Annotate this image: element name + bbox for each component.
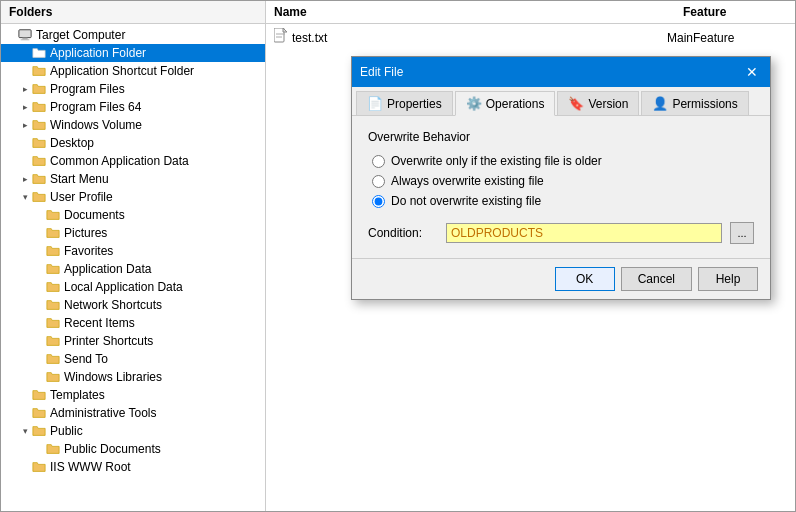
expander-application-data — [33, 263, 45, 275]
folder-icon-windows-volume — [31, 117, 47, 133]
folder-icon-printer-shortcuts — [45, 333, 61, 349]
dialog-body: Overwrite Behavior Overwrite only if the… — [352, 116, 770, 258]
file-item-test-txt[interactable]: test.txtMainFeature — [266, 26, 795, 49]
folder-icon-send-to — [45, 351, 61, 367]
expander-windows-volume[interactable]: ▸ — [19, 119, 31, 131]
folder-icon-program-files-64 — [31, 99, 47, 115]
folder-label-user-profile: User Profile — [50, 190, 113, 204]
folder-item-public[interactable]: ▾ Public — [1, 422, 265, 440]
folder-label-public: Public — [50, 424, 83, 438]
folder-item-application-folder[interactable]: Application Folder — [1, 44, 265, 62]
expander-common-application-data — [19, 155, 31, 167]
dialog-footer: OK Cancel Help — [352, 258, 770, 299]
folder-item-windows-volume[interactable]: ▸ Windows Volume — [1, 116, 265, 134]
folder-item-program-files-64[interactable]: ▸ Program Files 64 — [1, 98, 265, 116]
folder-label-application-shortcut-folder: Application Shortcut Folder — [50, 64, 194, 78]
folder-label-send-to: Send To — [64, 352, 108, 366]
radio-item-older: Overwrite only if the existing file is o… — [372, 154, 754, 168]
folder-icon-program-files — [31, 81, 47, 97]
folder-icon-network-shortcuts — [45, 297, 61, 313]
help-button[interactable]: Help — [698, 267, 758, 291]
tab-icon-permissions: 👤 — [652, 96, 668, 111]
folder-item-network-shortcuts[interactable]: Network Shortcuts — [1, 296, 265, 314]
tab-permissions[interactable]: 👤Permissions — [641, 91, 748, 115]
tab-icon-version: 🔖 — [568, 96, 584, 111]
folder-item-program-files[interactable]: ▸ Program Files — [1, 80, 265, 98]
radio-never[interactable] — [372, 195, 385, 208]
expander-recent-items — [33, 317, 45, 329]
folder-item-public-documents[interactable]: Public Documents — [1, 440, 265, 458]
folder-item-favorites[interactable]: Favorites — [1, 242, 265, 260]
folder-icon-public-documents — [45, 441, 61, 457]
folder-item-target-computer[interactable]: Target Computer — [1, 26, 265, 44]
tab-properties[interactable]: 📄Properties — [356, 91, 453, 115]
tab-version[interactable]: 🔖Version — [557, 91, 639, 115]
expander-public[interactable]: ▾ — [19, 425, 31, 437]
folder-icon-application-data — [45, 261, 61, 277]
folder-label-local-application-data: Local Application Data — [64, 280, 183, 294]
tab-icon-operations: ⚙️ — [466, 96, 482, 111]
folder-item-application-data[interactable]: Application Data — [1, 260, 265, 278]
expander-public-documents — [33, 443, 45, 455]
folder-item-local-application-data[interactable]: Local Application Data — [1, 278, 265, 296]
expander-target-computer — [5, 29, 17, 41]
folder-icon-application-shortcut-folder — [31, 63, 47, 79]
folder-item-templates[interactable]: Templates — [1, 386, 265, 404]
tab-operations[interactable]: ⚙️Operations — [455, 91, 556, 116]
dialog-tabs: 📄Properties⚙️Operations🔖Version👤Permissi… — [352, 87, 770, 116]
folder-item-iis-www-root[interactable]: IIS WWW Root — [1, 458, 265, 476]
expander-desktop — [19, 137, 31, 149]
folder-icon-application-folder — [31, 45, 47, 61]
folder-icon-windows-libraries — [45, 369, 61, 385]
file-icon-test-txt — [274, 28, 288, 47]
folder-item-administrative-tools[interactable]: Administrative Tools — [1, 404, 265, 422]
condition-label: Condition: — [368, 226, 438, 240]
folder-item-recent-items[interactable]: Recent Items — [1, 314, 265, 332]
folder-item-windows-libraries[interactable]: Windows Libraries — [1, 368, 265, 386]
expander-start-menu[interactable]: ▸ — [19, 173, 31, 185]
folder-item-desktop[interactable]: Desktop — [1, 134, 265, 152]
folder-icon-user-profile — [31, 189, 47, 205]
ok-button[interactable]: OK — [555, 267, 615, 291]
folder-label-favorites: Favorites — [64, 244, 113, 258]
radio-always[interactable] — [372, 175, 385, 188]
folder-label-public-documents: Public Documents — [64, 442, 161, 456]
folder-item-pictures[interactable]: Pictures — [1, 224, 265, 242]
radio-older[interactable] — [372, 155, 385, 168]
folder-label-windows-volume: Windows Volume — [50, 118, 142, 132]
folder-item-documents[interactable]: Documents — [1, 206, 265, 224]
folder-item-application-shortcut-folder[interactable]: Application Shortcut Folder — [1, 62, 265, 80]
folder-item-send-to[interactable]: Send To — [1, 350, 265, 368]
expander-network-shortcuts — [33, 299, 45, 311]
tab-label-version: Version — [588, 97, 628, 111]
folder-label-application-folder: Application Folder — [50, 46, 146, 60]
expander-printer-shortcuts — [33, 335, 45, 347]
cancel-button[interactable]: Cancel — [621, 267, 692, 291]
file-name-test-txt: test.txt — [292, 31, 667, 45]
feature-header: Feature — [675, 1, 795, 23]
radio-label-never: Do not overwrite existing file — [391, 194, 541, 208]
svg-rect-1 — [22, 38, 27, 40]
folder-item-start-menu[interactable]: ▸ Start Menu — [1, 170, 265, 188]
folder-icon-templates — [31, 387, 47, 403]
radio-item-always: Always overwrite existing file — [372, 174, 754, 188]
folders-panel: Target Computer Application Folder Appli… — [1, 24, 266, 511]
folder-item-common-application-data[interactable]: Common Application Data — [1, 152, 265, 170]
condition-input[interactable] — [446, 223, 722, 243]
folder-item-user-profile[interactable]: ▾ User Profile — [1, 188, 265, 206]
dialog-title: Edit File — [360, 65, 403, 79]
expander-user-profile[interactable]: ▾ — [19, 191, 31, 203]
expander-documents — [33, 209, 45, 221]
expander-program-files-64[interactable]: ▸ — [19, 101, 31, 113]
folder-label-documents: Documents — [64, 208, 125, 222]
folder-icon-common-application-data — [31, 153, 47, 169]
folder-item-printer-shortcuts[interactable]: Printer Shortcuts — [1, 332, 265, 350]
dialog-close-button[interactable]: ✕ — [742, 62, 762, 82]
tab-icon-properties: 📄 — [367, 96, 383, 111]
condition-browse-button[interactable]: ... — [730, 222, 754, 244]
folder-icon-target-computer — [17, 27, 33, 43]
folder-icon-pictures — [45, 225, 61, 241]
folder-label-target-computer: Target Computer — [36, 28, 125, 42]
expander-program-files[interactable]: ▸ — [19, 83, 31, 95]
folder-icon-iis-www-root — [31, 459, 47, 475]
